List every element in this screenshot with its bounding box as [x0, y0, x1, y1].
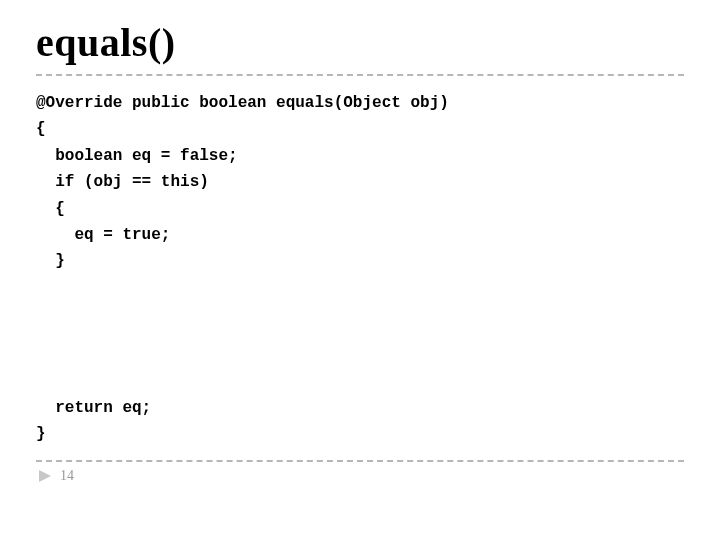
code-line: { [36, 120, 46, 138]
footer: 14 [36, 468, 684, 484]
svg-marker-0 [39, 470, 51, 482]
code-line: } [36, 252, 65, 270]
play-arrow-icon [38, 469, 52, 483]
slide-title: equals() [36, 22, 684, 64]
code-line: @Override public boolean equals(Object o… [36, 94, 449, 112]
slide: equals() @Override public boolean equals… [0, 0, 720, 540]
code-line: boolean eq = false; [36, 147, 238, 165]
code-line: { [36, 200, 65, 218]
code-block: @Override public boolean equals(Object o… [36, 90, 684, 448]
page-number: 14 [60, 468, 74, 484]
code-line: } [36, 425, 46, 443]
footer-divider [36, 460, 684, 462]
code-line: eq = true; [36, 226, 170, 244]
code-line: if (obj == this) [36, 173, 209, 191]
vertical-spacer [36, 275, 684, 395]
title-divider [36, 74, 684, 76]
code-line: return eq; [36, 399, 151, 417]
